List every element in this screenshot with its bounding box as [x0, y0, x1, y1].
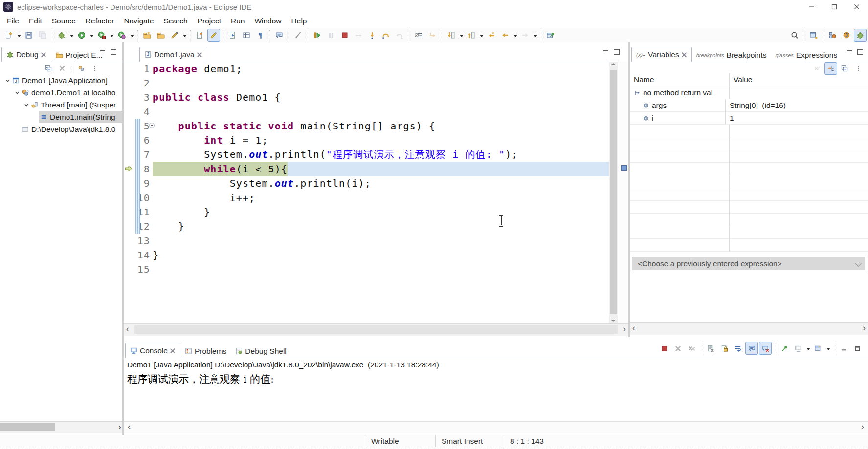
menu-navigate[interactable]: Navigate	[119, 15, 158, 27]
expression-input[interactable]: <Choose a previously entered expression>	[632, 257, 865, 270]
coverage-button[interactable]	[95, 29, 108, 42]
open-console-button[interactable]	[812, 342, 824, 355]
open-type-button[interactable]	[226, 29, 239, 42]
resume-button[interactable]	[311, 29, 324, 42]
skip-breakpoints-button[interactable]	[412, 29, 425, 42]
word-wrap-button[interactable]	[732, 342, 744, 355]
debug-button[interactable]	[55, 29, 68, 42]
code-line[interactable]: 15	[124, 262, 609, 277]
tree-item-content[interactable]: JDemo1 [Java Application]	[11, 74, 122, 86]
terminate-button[interactable]	[658, 342, 670, 355]
menu-help[interactable]: Help	[287, 15, 312, 27]
run-button-dropdown[interactable]	[90, 35, 94, 39]
variables-horizontal-scrollbar[interactable]: ‹ ›	[630, 322, 868, 335]
close-icon[interactable]	[170, 348, 176, 353]
tab-breakpoints[interactable]: breakpointsBreakpoints	[692, 48, 771, 62]
console-horizontal-scrollbar[interactable]: ‹ ›	[124, 421, 868, 433]
variables-table-header[interactable]: Name Value	[630, 73, 868, 86]
open-console-button-dropdown[interactable]	[826, 348, 830, 352]
line-number[interactable]: 13	[124, 235, 150, 247]
collapse-all-button[interactable]	[42, 62, 55, 75]
search-doc-button[interactable]	[194, 29, 206, 42]
step-into-button[interactable]	[366, 29, 378, 42]
back-button-dropdown[interactable]	[513, 35, 517, 39]
toggle-edit-button[interactable]	[292, 29, 305, 42]
tree-item-content[interactable]: D:\Develop\Java\jdk1.8.0	[21, 123, 122, 135]
line-number[interactable]: 3	[124, 91, 150, 103]
scroll-left-arrow-icon[interactable]: ‹	[126, 324, 129, 334]
drop-to-frame-button[interactable]	[426, 29, 439, 42]
search-toolbar-button[interactable]	[788, 29, 801, 42]
remove-terminated-button[interactable]	[56, 62, 68, 75]
code-line[interactable]: 2	[124, 76, 609, 90]
close-icon[interactable]	[682, 52, 687, 57]
menu-source[interactable]: Source	[47, 15, 81, 27]
menu-run[interactable]: Run	[226, 15, 249, 27]
maximize-editor-button[interactable]	[614, 49, 620, 55]
fold-collapse-icon[interactable]	[149, 122, 155, 128]
variable-row[interactable]: i1	[630, 112, 868, 125]
tree-item-content[interactable]: Demo1.main(String	[39, 111, 122, 123]
scrollbar-thumb[interactable]	[134, 325, 618, 334]
tab-debug-shell[interactable]: Debug Shell	[231, 344, 290, 358]
maximize-view-button[interactable]	[111, 49, 116, 55]
scroll-lock-button[interactable]	[718, 342, 731, 355]
tree-item[interactable]: Thread [main] (Susper	[0, 99, 122, 111]
view-gears-button[interactable]	[75, 62, 88, 75]
scroll-left-arrow-icon[interactable]: ‹	[128, 422, 131, 432]
variable-name-cell[interactable]: args	[630, 101, 725, 110]
scrollbar-thumb[interactable]	[610, 70, 617, 314]
maximize-button[interactable]	[851, 342, 864, 355]
line-number[interactable]: 4	[124, 106, 150, 118]
tree-item[interactable]: JDemo1 [Java Application]	[0, 74, 122, 86]
variable-row[interactable]: no method return val	[630, 86, 868, 99]
code-editor[interactable]: 1package demo1;23public class Demo1 {45 …	[124, 62, 609, 323]
step-over-button[interactable]	[379, 29, 392, 42]
toggle-mark-occurrences-button[interactable]	[207, 29, 220, 42]
chevron-expanded-icon[interactable]	[22, 101, 30, 108]
code-line[interactable]: 8 while(i < 5){	[124, 162, 609, 176]
minimize-window-button[interactable]	[801, 0, 823, 14]
code-line[interactable]: 7 System.out.println("程序调试演示，注意观察 i 的值: …	[124, 148, 609, 162]
tab-project-e[interactable]: Project E...	[51, 48, 107, 62]
current-line-marker[interactable]	[621, 165, 627, 171]
disconnect-button[interactable]	[352, 29, 365, 42]
menu-search[interactable]: Search	[159, 15, 193, 27]
code-line[interactable]: 3public class Demo1 {	[124, 90, 609, 105]
minimize-view-button[interactable]	[100, 48, 106, 54]
menu-refactor[interactable]: Refactor	[81, 15, 119, 27]
menu-file[interactable]: File	[2, 15, 24, 27]
tab-variables[interactable]: (x)=Variables	[631, 47, 692, 62]
save-button[interactable]	[22, 29, 35, 42]
view-menu-button[interactable]	[89, 62, 101, 75]
prev-annotation-button-dropdown[interactable]	[480, 35, 484, 39]
next-annotation-button-dropdown[interactable]	[460, 35, 464, 39]
last-edit-location-button[interactable]	[485, 29, 498, 42]
profile-button-dropdown[interactable]	[130, 35, 134, 39]
clear-console-button[interactable]	[704, 342, 717, 355]
code-line[interactable]: 12 }	[124, 219, 609, 234]
terminate-button[interactable]	[338, 29, 351, 42]
forward-button[interactable]	[519, 29, 532, 42]
code-line[interactable]: 5 public static void main(String[] args)…	[124, 119, 609, 133]
step-return-button[interactable]	[393, 29, 406, 42]
menu-project[interactable]: Project	[193, 15, 226, 27]
column-value[interactable]: Value	[729, 73, 868, 86]
run-button[interactable]	[75, 29, 88, 42]
show-whitespace-button[interactable]: ¶	[254, 29, 267, 42]
menu-window[interactable]: Window	[249, 15, 286, 27]
display-console-button[interactable]	[792, 342, 804, 355]
chevron-expanded-icon[interactable]	[13, 89, 21, 96]
editor-horizontal-scrollbar[interactable]: ‹ ›	[124, 323, 628, 336]
debug-perspective-button[interactable]	[854, 29, 867, 42]
java-perspective-button[interactable]: J	[840, 29, 853, 42]
code-line[interactable]: 11 }	[124, 205, 609, 219]
tab-console[interactable]: Console	[125, 343, 180, 358]
tree-item[interactable]: D:\Develop\Java\jdk1.8.0	[0, 123, 122, 135]
next-annotation-button[interactable]	[445, 29, 458, 42]
tree-item-content[interactable]: demo1.Demo1 at localho	[21, 86, 122, 99]
code-line[interactable]: 9 System.out.println(i);	[124, 176, 609, 191]
tab-demo1-java[interactable]: JDemo1.java	[139, 47, 207, 62]
chevron-down-icon[interactable]	[855, 260, 862, 267]
code-line[interactable]: 14}	[124, 248, 609, 262]
